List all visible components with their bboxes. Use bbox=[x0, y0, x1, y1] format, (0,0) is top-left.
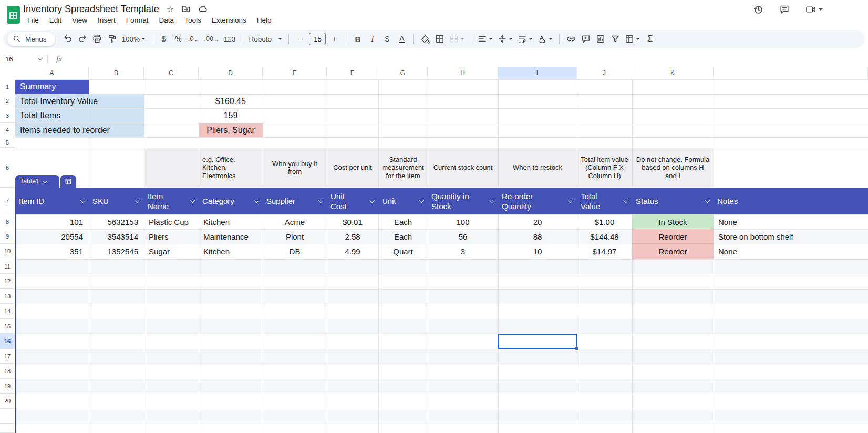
table-header-item-id[interactable]: Item ID bbox=[15, 188, 89, 214]
column-filter-chevron-icon[interactable] bbox=[80, 198, 85, 202]
row-header-16[interactable]: 16 bbox=[0, 334, 15, 349]
cell-D3[interactable]: 159 bbox=[199, 108, 263, 123]
table-header-sku[interactable]: SKU bbox=[89, 188, 144, 214]
menu-edit[interactable]: Edit bbox=[45, 15, 66, 25]
insert-link-button[interactable] bbox=[564, 32, 578, 46]
table-header-status[interactable]: Status bbox=[632, 188, 714, 214]
cell-H6[interactable]: Current stock count bbox=[428, 148, 498, 188]
move-folder-icon[interactable] bbox=[181, 4, 191, 14]
cell-I10[interactable]: 10 bbox=[498, 244, 577, 259]
column-filter-chevron-icon[interactable] bbox=[623, 198, 628, 202]
row-header-13[interactable]: 13 bbox=[0, 289, 15, 304]
column-header-J[interactable]: J bbox=[577, 67, 632, 79]
cell-G8[interactable]: Each bbox=[378, 214, 428, 229]
insert-comment-button[interactable] bbox=[578, 32, 593, 46]
column-header-A[interactable]: A bbox=[15, 67, 89, 79]
font-select[interactable]: Roboto bbox=[246, 32, 284, 46]
cell-K10[interactable]: Reorder bbox=[632, 244, 714, 259]
menu-view[interactable]: View bbox=[68, 15, 91, 25]
strikethrough-button[interactable]: S bbox=[380, 32, 394, 46]
menus-search-button[interactable]: Menus bbox=[7, 32, 55, 46]
menu-data[interactable]: Data bbox=[155, 15, 179, 25]
cell-A3[interactable]: Total Items bbox=[15, 108, 144, 123]
sheets-logo-icon[interactable] bbox=[6, 5, 20, 24]
cell-A2[interactable]: Total Inventory Value bbox=[15, 94, 144, 108]
column-filter-chevron-icon[interactable] bbox=[568, 198, 573, 202]
table-menu-chevron-icon[interactable] bbox=[42, 178, 47, 183]
table-header-category[interactable]: Category bbox=[199, 188, 263, 214]
menu-insert[interactable]: Insert bbox=[94, 15, 120, 25]
cell-E6[interactable]: Who you buy it from bbox=[263, 148, 327, 188]
cell-B8[interactable]: 5632153 bbox=[89, 214, 144, 229]
format-percent-button[interactable]: % bbox=[171, 32, 185, 46]
cell-F6[interactable]: Cost per unit bbox=[327, 148, 378, 188]
column-header-I[interactable]: I bbox=[498, 67, 577, 79]
format-currency-button[interactable]: $ bbox=[157, 32, 171, 46]
meet-camera-button[interactable] bbox=[805, 4, 823, 15]
row-header-14[interactable]: 14 bbox=[0, 304, 15, 319]
menu-format[interactable]: Format bbox=[122, 15, 153, 25]
table-header-supplier[interactable]: Supplier bbox=[263, 188, 327, 214]
cell-F10[interactable]: 4.99 bbox=[327, 244, 378, 259]
cell-D9[interactable]: Maintenance bbox=[199, 229, 263, 244]
cell-F8[interactable]: $0.01 bbox=[327, 214, 378, 229]
row-header-2[interactable]: 2 bbox=[0, 94, 15, 108]
cell-A1[interactable]: Summary bbox=[15, 79, 89, 94]
table-header-notes[interactable]: Notes bbox=[714, 188, 868, 214]
column-filter-chevron-icon[interactable] bbox=[190, 198, 194, 202]
column-header-C[interactable]: C bbox=[144, 67, 199, 79]
row-header-8[interactable]: 8 bbox=[0, 214, 15, 229]
increase-font-size-button[interactable]: + bbox=[327, 32, 342, 46]
meet-dropdown-icon[interactable] bbox=[819, 8, 823, 11]
paint-format-button[interactable] bbox=[105, 32, 119, 46]
row-header-1[interactable]: 1 bbox=[0, 79, 15, 94]
insert-chart-button[interactable] bbox=[593, 32, 607, 46]
cell-A4[interactable]: Items needed to reorder bbox=[15, 123, 144, 137]
table-views-button[interactable] bbox=[623, 32, 642, 46]
row-header-4[interactable]: 4 bbox=[0, 123, 15, 137]
selection-fill-handle[interactable] bbox=[575, 347, 578, 350]
column-header-H[interactable]: H bbox=[428, 67, 498, 79]
column-header-K[interactable]: K bbox=[632, 67, 714, 79]
version-history-button[interactable] bbox=[753, 4, 763, 15]
table-header-total-value[interactable]: Total Value bbox=[577, 188, 632, 214]
menu-tools[interactable]: Tools bbox=[180, 15, 205, 25]
star-icon[interactable]: ☆ bbox=[167, 4, 174, 14]
cell-K6[interactable]: Do not change. Formula based on columns … bbox=[632, 148, 714, 188]
cell-C10[interactable]: Sugar bbox=[144, 244, 199, 259]
row-header-6[interactable]: 6 bbox=[0, 148, 15, 188]
zoom-select[interactable]: 100% bbox=[120, 32, 148, 46]
text-wrap-button[interactable] bbox=[515, 32, 535, 46]
row-header-9[interactable]: 9 bbox=[0, 229, 15, 244]
cell-H10[interactable]: 3 bbox=[428, 244, 498, 259]
row-header-17[interactable]: 17 bbox=[0, 349, 15, 364]
cell-A8[interactable]: 101 bbox=[15, 214, 89, 229]
decrease-font-size-button[interactable]: − bbox=[293, 32, 307, 46]
column-header-D[interactable]: D bbox=[199, 67, 263, 79]
name-box-dropdown-icon[interactable] bbox=[38, 56, 43, 61]
cell-H8[interactable]: 100 bbox=[428, 214, 498, 229]
cell-F9[interactable]: 2.58 bbox=[327, 229, 378, 244]
print-button[interactable] bbox=[90, 32, 105, 46]
cell-B10[interactable]: 1352545 bbox=[89, 244, 144, 259]
select-all-corner[interactable] bbox=[0, 67, 15, 79]
cell-D10[interactable]: Kitchen bbox=[199, 244, 263, 259]
italic-button[interactable]: I bbox=[365, 32, 379, 46]
row-header-18[interactable]: 18 bbox=[0, 364, 15, 379]
column-header-right[interactable] bbox=[714, 67, 868, 79]
merge-cells-button[interactable] bbox=[447, 32, 467, 46]
name-box[interactable]: 16 bbox=[0, 55, 45, 64]
column-header-G[interactable]: G bbox=[378, 67, 428, 79]
table-header-unit-cost[interactable]: Unit Cost bbox=[327, 188, 378, 214]
redo-button[interactable] bbox=[76, 32, 90, 46]
cell-I8[interactable]: 20 bbox=[498, 214, 577, 229]
vertical-align-button[interactable] bbox=[495, 32, 515, 46]
cell-I6[interactable]: When to restock bbox=[498, 148, 577, 188]
cell-G10[interactable]: Quart bbox=[378, 244, 428, 259]
column-header-F[interactable]: F bbox=[327, 67, 378, 79]
row-header-7[interactable]: 7 bbox=[0, 188, 15, 214]
menu-extensions[interactable]: Extensions bbox=[208, 15, 251, 25]
cell-L8[interactable]: None bbox=[714, 214, 868, 229]
cell-J8[interactable]: $1.00 bbox=[577, 214, 632, 229]
cell-G6[interactable]: Standard measurement for the item bbox=[378, 148, 428, 188]
